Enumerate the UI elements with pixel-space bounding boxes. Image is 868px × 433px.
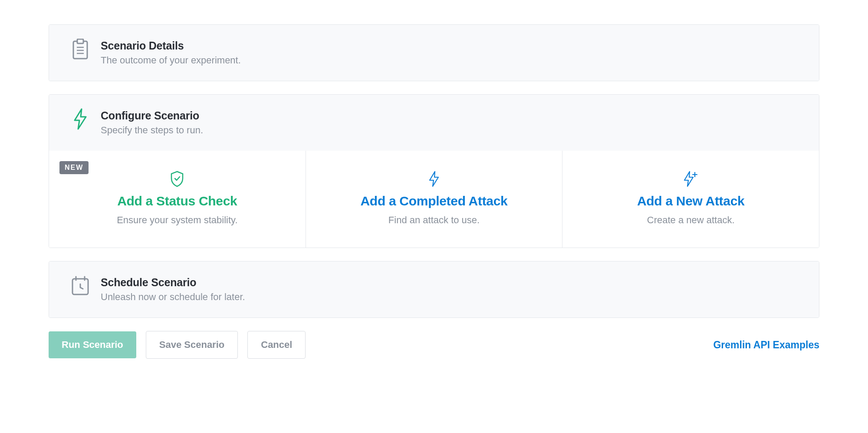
calendar-clock-icon [71,276,90,295]
schedule-scenario-subtitle: Unleash now or schedule for later. [101,291,245,303]
new-badge: NEW [59,161,89,174]
svg-rect-1 [77,39,83,43]
configure-scenario-title: Configure Scenario [101,109,203,122]
option-completed-attack-title: Add a Completed Attack [315,194,554,208]
schedule-scenario-title: Schedule Scenario [101,276,245,289]
schedule-scenario-header: Schedule Scenario Unleash now or schedul… [49,261,819,317]
option-completed-attack-desc: Find an attack to use. [315,215,554,226]
option-completed-attack[interactable]: Add a Completed Attack Find an attack to… [306,151,563,248]
scenario-details-title: Scenario Details [101,40,241,52]
option-new-attack[interactable]: Add a New Attack Create a new attack. [562,151,819,248]
option-status-check[interactable]: NEW Add a Status Check Ensure your syste… [49,151,306,248]
configure-scenario-subtitle: Specify the steps to run. [101,125,203,136]
configure-scenario-panel: Configure Scenario Specify the steps to … [49,94,819,248]
clipboard-icon [71,40,90,59]
shield-check-icon [58,170,297,188]
option-new-attack-title: Add a New Attack [571,194,810,208]
run-scenario-button[interactable]: Run Scenario [49,331,136,358]
api-examples-link[interactable]: Gremlin API Examples [713,339,819,351]
option-new-attack-desc: Create a new attack. [571,215,810,226]
schedule-scenario-panel[interactable]: Schedule Scenario Unleash now or schedul… [49,261,819,318]
configure-scenario-header[interactable]: Configure Scenario Specify the steps to … [49,95,819,151]
action-row: Run Scenario Save Scenario Cancel Gremli… [49,331,819,359]
save-scenario-button[interactable]: Save Scenario [146,331,238,359]
scenario-details-subtitle: The outcome of your experiment. [101,55,241,66]
option-status-check-desc: Ensure your system stability. [58,215,297,226]
scenario-details-panel[interactable]: Scenario Details The outcome of your exp… [49,24,819,81]
lightning-plus-icon [571,170,810,188]
lightning-icon [71,109,90,129]
option-status-check-title: Add a Status Check [58,194,297,208]
configure-options: NEW Add a Status Check Ensure your syste… [49,151,819,248]
scenario-details-header: Scenario Details The outcome of your exp… [49,25,819,81]
cancel-button[interactable]: Cancel [247,331,306,359]
lightning-blue-icon [315,170,554,188]
